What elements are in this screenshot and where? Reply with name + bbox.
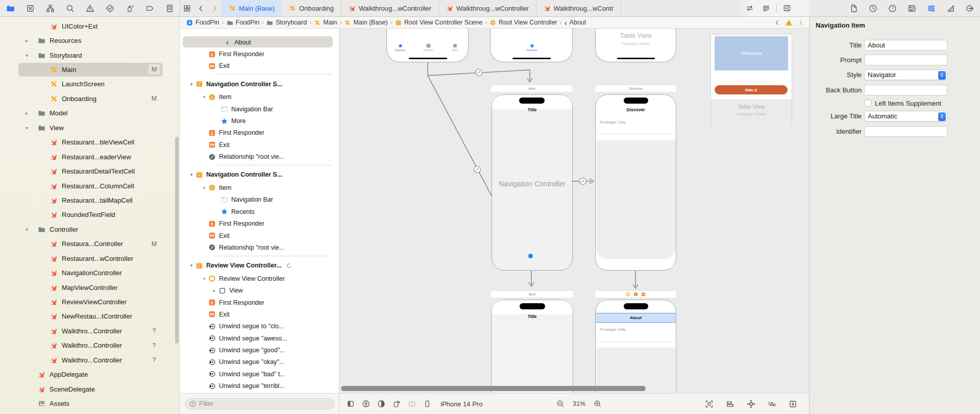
file-row-walkthro-controller[interactable]: Walkthro...Controller? (0, 338, 179, 353)
file-row-launchscreen[interactable]: LaunchScreen (0, 77, 179, 91)
editor-tab[interactable]: Walkthroug...wController (341, 0, 439, 16)
left-items-supplement-checkbox[interactable] (864, 100, 871, 107)
outline-row-exit[interactable]: Exit (180, 139, 339, 151)
breadcrumb-item[interactable]: Main (Base) (344, 19, 387, 26)
about-scene-dock[interactable]: 1 (595, 291, 676, 298)
style-popup[interactable]: Navigator▲▼ (864, 69, 947, 80)
orientation-icon[interactable] (389, 397, 404, 410)
outline-row-relationship-root-vie-[interactable]: Relationship "root vie... (180, 151, 339, 163)
align-icon[interactable] (723, 397, 737, 410)
source-control-icon[interactable] (23, 2, 37, 15)
item-scene-phone[interactable]: Title (491, 300, 573, 393)
back-button[interactable] (194, 0, 208, 16)
outline-row-navigation-controller-s-[interactable]: ▾‹Navigation Controller S... (180, 167, 339, 182)
appearance-icon[interactable] (374, 397, 388, 410)
search-icon[interactable] (63, 2, 77, 15)
editor-tab[interactable]: Onboarding (282, 0, 341, 16)
file-row-newrestau-tcontroller[interactable]: NewRestau...tController (0, 309, 179, 324)
file-row-resources[interactable]: ▸Resources (0, 33, 179, 47)
warning-icon[interactable] (785, 19, 793, 27)
disclosure-icon[interactable]: ▾ (26, 227, 37, 232)
outline-row-unwind-segue-good-[interactable]: Unwind segue "good"... (180, 344, 339, 356)
file-row-assets[interactable]: Assets (0, 396, 179, 410)
outline-row-relationship-root-vie-[interactable]: Relationship "root vie... (180, 241, 339, 253)
outline-row-exit[interactable]: Exit (180, 308, 339, 320)
disclosure-icon[interactable]: ▾ (201, 185, 208, 190)
update-frames-icon[interactable] (702, 397, 716, 410)
outline-row-exit[interactable]: Exit (180, 60, 339, 72)
disclosure-icon[interactable]: ▸ (211, 288, 218, 293)
disclosure-icon[interactable]: ▸ (26, 38, 37, 43)
disclosure-icon[interactable]: ▾ (201, 276, 208, 281)
identifier-field[interactable] (864, 126, 947, 137)
tabbar-item-recents[interactable]: Recents (418, 43, 438, 52)
forward-button[interactable] (208, 0, 222, 16)
editor-options-icon[interactable] (760, 2, 772, 15)
outline-row-unwind-segue-aweso-[interactable]: Unwind segue "aweso... (180, 332, 339, 344)
prompt-field[interactable] (864, 55, 947, 65)
file-row-mapviewcontroller[interactable]: MapViewController (0, 280, 179, 295)
file-row-walkthro-controller[interactable]: Walkthro...Controller? (0, 353, 179, 367)
file-row-model[interactable]: ▸Model (0, 106, 179, 120)
outline-row-recents[interactable]: Recents (180, 206, 339, 217)
file-row-scenedelegate[interactable]: SceneDelegate (0, 382, 179, 396)
nav-scene-dock[interactable]: Item (491, 85, 573, 92)
file-row-onboarding[interactable]: OnboardingM (0, 91, 179, 106)
outline-row-unwind-segue-bad-t-[interactable]: Unwind segue "bad" t... (180, 368, 339, 380)
outline-row-exit[interactable]: Exit (180, 230, 339, 241)
file-row-restaurant-columncell[interactable]: Restaurant...ColumnCell (0, 179, 179, 193)
debug-icon[interactable] (122, 2, 137, 15)
editor-tab[interactable]: Walkthroug...wContr (536, 0, 621, 16)
accessibility-icon[interactable] (359, 397, 373, 410)
breadcrumb-item[interactable]: ‹Root View Controller Scene (395, 19, 482, 26)
tableview-scene-phone[interactable]: Table View Prototype Content (595, 29, 676, 62)
split-view-icon[interactable] (405, 397, 419, 410)
size-inspector-icon[interactable] (944, 2, 957, 15)
disclosure-icon[interactable]: ▾ (26, 125, 37, 131)
outline-row-review-view-controller[interactable]: ▾Review View Controller (180, 273, 339, 284)
outline-row-more[interactable]: More (180, 115, 339, 127)
device-icon[interactable] (420, 397, 434, 410)
outline-row-first-responder[interactable]: 1First Responder (180, 297, 339, 308)
tests-icon[interactable] (103, 2, 117, 15)
breadcrumb-item[interactable]: ‹About (565, 19, 586, 26)
breadcrumb-item[interactable]: Root View Controller (489, 19, 557, 26)
tabbar-scene-phone-2[interactable]: Favorites (490, 29, 573, 62)
rate-it-button[interactable]: Rate it (715, 85, 788, 94)
tabbar-item-favorites[interactable]: Favorites (522, 43, 542, 52)
file-row-view[interactable]: ▾View (0, 120, 179, 135)
disclosure-icon[interactable]: ▾ (188, 82, 195, 87)
back-button-field[interactable] (864, 85, 947, 95)
outline-row-first-responder[interactable]: 1First Responder (180, 127, 339, 139)
zoom-level[interactable]: 31% (573, 400, 585, 407)
outline-row-navigation-bar[interactable]: Navigation Bar (180, 194, 339, 206)
file-row-restaurant-tailmapcell[interactable]: Restaurant...tailMapCell (0, 193, 179, 207)
about-scene-phone[interactable]: About Prototype Cells (595, 300, 676, 393)
disclosure-icon[interactable]: ▾ (201, 94, 208, 100)
add-constraints-icon[interactable] (744, 397, 758, 410)
file-row-roundedtextfield[interactable]: RoundedTextField (0, 208, 179, 222)
editor-tab[interactable]: Main (Base) (222, 0, 282, 16)
filter-input[interactable]: Filter (185, 398, 334, 409)
navigation-controller-phone[interactable]: Title Navigation Controller (492, 94, 573, 271)
file-row-controller[interactable]: ▾Controller (0, 222, 179, 236)
device-name[interactable]: iPhone 14 Pro (440, 400, 482, 408)
outline-row-first-responder[interactable]: 1First Responder (180, 217, 339, 229)
resolve-layout-icon[interactable] (765, 397, 779, 410)
file-row-appdelegate[interactable]: AppDelegate (0, 368, 179, 382)
file-row-storyboard[interactable]: ▾Storyboard (0, 48, 179, 62)
embed-icon[interactable] (786, 397, 800, 410)
reports-icon[interactable] (162, 2, 177, 15)
item-scene-dock[interactable]: Item (491, 291, 573, 298)
tab-overview-icon[interactable] (180, 0, 194, 16)
tabbar-item-favorites[interactable]: Favorites (390, 43, 410, 52)
zoom-in-icon[interactable] (594, 400, 602, 408)
file-row-restaurantdetailtextcell[interactable]: RestaurantDetailTextCell (0, 164, 179, 178)
disclosure-icon[interactable]: ▾ (188, 263, 195, 268)
code-review-icon[interactable] (744, 2, 756, 15)
large-title-popup[interactable]: Automatic▲▼ (864, 111, 947, 121)
file-row-restaura-controller[interactable]: Restaura...ControllerM (0, 237, 179, 251)
history-inspector-icon[interactable] (867, 2, 879, 15)
outline-row-item[interactable]: ▾‹Item (180, 182, 339, 193)
issues-icon[interactable] (83, 2, 97, 15)
